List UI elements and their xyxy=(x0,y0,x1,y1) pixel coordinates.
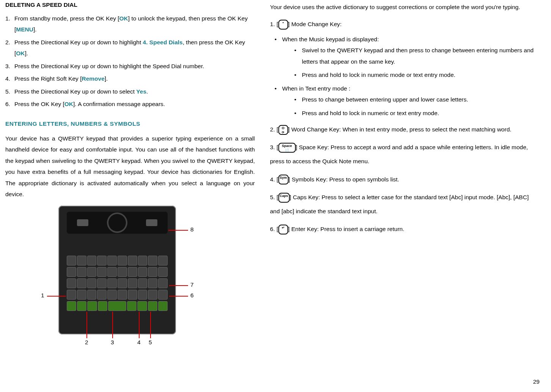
key-item-4: 4. [Sym] Symbols Key: Press to open symb… xyxy=(270,172,540,186)
icon-sub: ⟳ xyxy=(280,130,287,134)
device-top-controls xyxy=(67,212,168,234)
sub-text: When the Music keypad is displayed: xyxy=(282,36,379,42)
step-number: 3. xyxy=(5,61,12,72)
step-3: 3. Press the Directional Key up or down … xyxy=(5,61,255,72)
callout-2: 2 xyxy=(85,339,88,346)
callout-1: 1 xyxy=(41,292,44,299)
callout-line xyxy=(112,312,113,338)
item-label: ] Word Change Key: When in text entry mo… xyxy=(288,126,512,133)
inner-text: Swivel to the QWERTY keypad and then pre… xyxy=(302,47,534,64)
key-item-6: 6. [↵] Enter Key: Press to insert a carr… xyxy=(270,222,540,236)
device-illustration xyxy=(58,206,176,334)
text-fragment: . xyxy=(146,88,148,95)
icon-sub: 📄 xyxy=(280,148,294,152)
text-fragment: Press the OK Key [ xyxy=(14,101,64,107)
icon-label: O xyxy=(282,126,284,130)
document-page: DELETING A SPEED DIAL 1. From standby mo… xyxy=(0,0,551,392)
ok-button-icon xyxy=(108,214,126,231)
step-number: 1. xyxy=(5,13,12,35)
callout-line xyxy=(86,312,87,338)
page-number: 29 xyxy=(533,378,540,385)
key-item-5: 5. [Caps] Caps Key: Press to select a le… xyxy=(270,190,540,218)
symbols-key-icon: Sym xyxy=(278,175,289,184)
right-column: Your device uses the active dictionary t… xyxy=(270,2,540,390)
callout-4: 4 xyxy=(137,339,141,346)
step-text: Press the Right Soft Key [Remove]. xyxy=(14,73,255,84)
inner-text: Press and hold to lock in numeric or tex… xyxy=(302,110,439,116)
step-2: 2. Press the Directional Key up or down … xyxy=(5,37,255,59)
callout-3: 3 xyxy=(111,339,114,346)
callout-line xyxy=(139,312,140,338)
bracket-open: [ xyxy=(276,176,278,183)
keyboard-row xyxy=(67,290,168,300)
step-text: Press the Directional Key up or down to … xyxy=(14,86,255,97)
inner-text: Press to change between entering upper a… xyxy=(302,96,468,103)
keyboard-row xyxy=(67,301,168,311)
callout-8: 8 xyxy=(190,226,194,233)
item-label: ] Caps Key: Press to select a letter cas… xyxy=(270,194,529,214)
step-number: 6. xyxy=(5,98,12,109)
callout-6: 6 xyxy=(190,292,194,299)
step-text: Press the Directional Key up or down to … xyxy=(14,61,255,72)
bracket-open: [ xyxy=(276,126,278,133)
step-text: Press the OK Key [OK]. A confirmation me… xyxy=(14,98,255,109)
callout-line xyxy=(168,230,188,231)
item-1-sublist: When the Music keypad is displayed: Swiv… xyxy=(270,34,540,119)
key-item-3: 3. [Space📄] Space Key: Press to accept a… xyxy=(270,140,540,168)
enter-key-icon: ↵ xyxy=(278,225,288,234)
icon-label: ↵ xyxy=(282,226,285,230)
remove-label: Remove xyxy=(82,75,104,82)
sub-bullet: When in Text entry mode : Press to chang… xyxy=(270,83,540,119)
bracket-open: [ xyxy=(276,144,278,150)
heading-entering-letters: ENTERING LETTERS, NUMBERS & SYMBOLS xyxy=(5,120,255,127)
space-key-icon: Space📄 xyxy=(278,143,296,153)
item-number: 3. xyxy=(270,144,275,150)
entering-paragraph: Your device has a QWERTY keypad that pro… xyxy=(5,133,255,200)
callout-line xyxy=(169,285,188,286)
text-fragment: ]. xyxy=(25,50,28,56)
keyboard-row xyxy=(67,267,168,277)
text-fragment: ]. xyxy=(33,26,37,33)
device-figure: 8 7 6 1 2 3 4 5 xyxy=(5,206,256,357)
text-fragment: Press the Directional Key up or down to … xyxy=(14,39,143,45)
inner-bullet: Swivel to the QWERTY keypad and then pre… xyxy=(282,45,540,67)
step-6: 6. Press the OK Key [OK]. A confirmation… xyxy=(5,98,255,109)
item-number: 1. xyxy=(270,21,275,27)
callout-line xyxy=(47,296,66,297)
menu-label: MENU xyxy=(16,26,33,33)
inner-list: Swivel to the QWERTY keypad and then pre… xyxy=(282,45,540,80)
text-fragment: Press the Directional Key up or down to … xyxy=(14,88,136,95)
keyboard-row xyxy=(67,256,168,265)
step-4: 4. Press the Right Soft Key [Remove]. xyxy=(5,73,255,84)
callout-7: 7 xyxy=(190,281,194,288)
deleting-steps-list: 1. From standby mode, press the OK Key [… xyxy=(5,13,255,110)
text-fragment: From standby mode, press the OK Key [ xyxy=(14,15,119,22)
item-number: 6. xyxy=(270,226,275,232)
item-label: ] Enter Key: Press to insert a carriage … xyxy=(288,226,405,232)
item-number: 2. xyxy=(270,126,275,133)
callout-5: 5 xyxy=(149,339,152,346)
inner-bullet: Press to change between entering upper a… xyxy=(282,94,540,105)
caps-key-icon: Caps xyxy=(278,193,290,203)
sub-text: When in Text entry mode : xyxy=(282,85,350,92)
inner-text: Press and hold to lock in numeric mode o… xyxy=(302,72,455,78)
word-change-key-icon: O⟳ xyxy=(278,125,288,135)
step-5: 5. Press the Directional Key up or down … xyxy=(5,86,255,97)
item-label: ] Symbols Key: Press to open symbols lis… xyxy=(289,176,399,183)
mode-change-key-icon: • xyxy=(278,20,288,30)
key-item-1: 1. [•] Mode Change Key: xyxy=(270,19,540,30)
spacer xyxy=(5,111,255,120)
item-label: ] Mode Change Key: xyxy=(288,21,342,27)
clr-key-icon xyxy=(146,219,157,226)
ok-label: OK xyxy=(16,50,25,56)
ok-label: OK xyxy=(119,15,128,22)
item-label: ] Space Key: Press to accept a word and … xyxy=(270,144,528,164)
text-fragment: ]. xyxy=(105,75,108,82)
step-text: Press the Directional Key up or down to … xyxy=(14,37,255,59)
callout-line xyxy=(150,312,151,338)
sub-bullet: When the Music keypad is displayed: Swiv… xyxy=(270,34,540,81)
inner-bullet: Press and hold to lock in numeric mode o… xyxy=(282,69,540,80)
yes-label: Yes xyxy=(136,88,146,95)
callout-line xyxy=(169,296,188,297)
heading-deleting-speed-dial: DELETING A SPEED DIAL xyxy=(5,2,255,8)
